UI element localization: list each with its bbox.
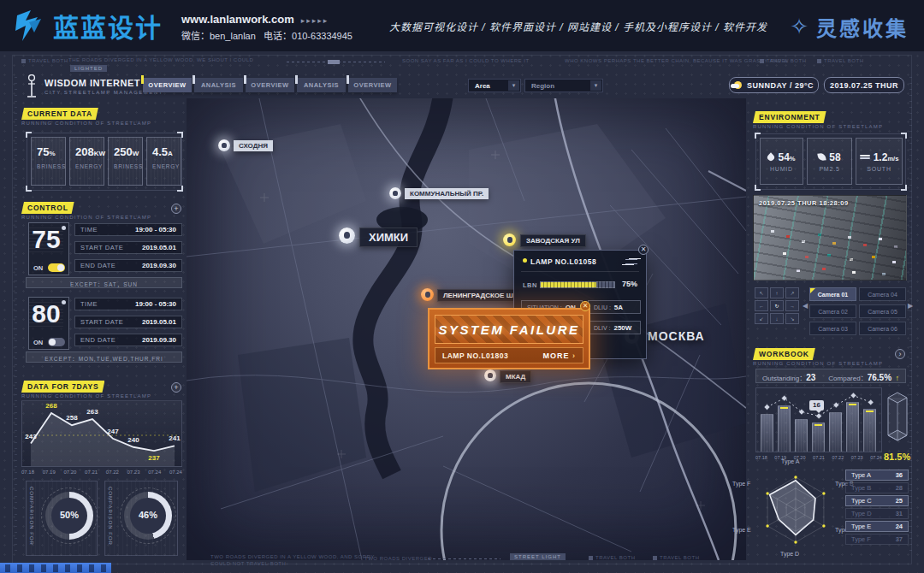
deco-slider[interactable] bbox=[287, 62, 385, 62]
camera-button-5[interactable]: Camera 05 bbox=[859, 304, 906, 318]
type-row-f[interactable]: Type F37 bbox=[845, 534, 909, 545]
stat-briness-w: 250WBRINESS bbox=[108, 137, 143, 186]
tab-analysis-2[interactable]: ANALYSIS bbox=[297, 78, 346, 92]
week-value-labels: 243268258263247240237241 bbox=[22, 401, 181, 466]
control-row-time[interactable]: TIME19:00 - 05:30 bbox=[74, 298, 182, 310]
type-row-d[interactable]: Type D31 bbox=[845, 508, 909, 519]
refresh-icon[interactable]: ↻ bbox=[770, 300, 784, 311]
pan-down-left-button[interactable]: ↙ bbox=[755, 313, 768, 324]
tab-analysis-1[interactable]: ANALYSIS bbox=[194, 78, 243, 92]
chevron-down-icon[interactable]: ▾ bbox=[590, 80, 601, 91]
env-pm25: 58 PM2.5 bbox=[807, 138, 852, 185]
type-row-b[interactable]: Type B28 bbox=[845, 482, 909, 493]
pan-up-left-button[interactable]: ↖ bbox=[755, 287, 768, 298]
tab-overview-2[interactable]: OVERVIEW bbox=[246, 78, 294, 92]
map-label[interactable]: ЗАВОДСКАЯ УЛ bbox=[520, 234, 586, 247]
failure-lamp-id: LAMP NO.L01803 bbox=[442, 351, 508, 360]
wechat-label: 微信：ben_lanlan bbox=[181, 31, 256, 41]
pan-right-button[interactable]: → bbox=[785, 300, 799, 311]
map-pin-zavodskaya[interactable] bbox=[503, 233, 516, 246]
control-row-start-date[interactable]: START DATE2019.05.01 bbox=[74, 316, 182, 328]
company-logo[interactable]: 蓝蓝设计 bbox=[12, 7, 163, 44]
deco-text: THE ROADS DIVERGED IN A YELLOW WOOD, WE … bbox=[68, 57, 253, 62]
weather-widget: SUNNDAY / 29°C bbox=[729, 77, 819, 93]
failure-title: SYSTEM FAILURE bbox=[438, 322, 579, 337]
panel-subtitle: RUNNING CONDITION OF STREETLAMP bbox=[753, 361, 883, 366]
deco-text: WHO KNOWS PERHAPS THE BETTER CHAIN, BECA… bbox=[565, 58, 789, 63]
camera-button-1[interactable]: Camera 01 bbox=[809, 287, 856, 301]
close-icon[interactable]: ✕ bbox=[638, 245, 649, 255]
camera-button-4[interactable]: Camera 04 bbox=[859, 287, 906, 301]
except-bar: EXCEPT：SAT，SUN bbox=[26, 277, 182, 288]
control-toggle-2[interactable] bbox=[48, 338, 65, 346]
compared-value: 76.5% bbox=[868, 373, 891, 382]
sliders-icon[interactable] bbox=[625, 258, 637, 265]
deco-line bbox=[428, 558, 500, 559]
sparkle-icon: ✧ bbox=[790, 14, 811, 40]
pan-up-button[interactable]: ↑ bbox=[770, 287, 784, 298]
tab-overview-1[interactable]: OVERVIEW bbox=[143, 78, 192, 92]
phone-label: 电话：010-63334945 bbox=[264, 31, 352, 41]
camera-button-6[interactable]: Camera 06 bbox=[859, 322, 906, 335]
type-row-a[interactable]: Type A36 bbox=[845, 470, 909, 481]
lbn-value: 75% bbox=[622, 280, 637, 288]
control-row-end-date[interactable]: END DATE2019.09.30 bbox=[74, 259, 182, 272]
map-pin-khimki[interactable] bbox=[339, 227, 355, 244]
prev-camera-icon[interactable]: ◀ bbox=[803, 302, 808, 310]
camera-button-3[interactable]: Camera 03 bbox=[809, 322, 856, 335]
weather-icon bbox=[734, 81, 742, 89]
map-label[interactable]: МКАД bbox=[500, 370, 531, 383]
panel-label-workbook: WORKBOOK bbox=[753, 348, 815, 360]
map-label[interactable]: МОСКВА bbox=[643, 328, 710, 345]
map-pin-leningradskoe[interactable] bbox=[421, 288, 434, 301]
bottom-blue-bar bbox=[0, 563, 111, 573]
add-icon[interactable]: + bbox=[171, 382, 181, 393]
map-pin-mkad[interactable] bbox=[484, 369, 496, 381]
gauge-label: COMPARISON FOR bbox=[29, 487, 34, 546]
panel-label-environment: ENVIRONMENT bbox=[753, 111, 826, 123]
more-button[interactable]: MORE › bbox=[542, 351, 576, 360]
deco-text: TWO ROADS DIVERGED bbox=[364, 556, 432, 561]
pan-up-right-button[interactable]: ↗ bbox=[785, 287, 799, 298]
type-row-e[interactable]: Type E24 bbox=[845, 521, 909, 532]
map-pin-shodnya[interactable] bbox=[218, 139, 230, 151]
map-label[interactable]: ЛЕНИНГРАДСКОЕ Ш bbox=[437, 289, 519, 302]
tab-overview-3[interactable]: OVERVIEW bbox=[348, 78, 397, 92]
type-row-c[interactable]: Type C25 bbox=[845, 495, 909, 506]
close-icon[interactable]: ✕ bbox=[580, 301, 590, 311]
panel-subtitle: RUNNING CONDITION OF STREETLAMP bbox=[21, 215, 151, 220]
next-camera-icon[interactable]: ▶ bbox=[908, 302, 913, 310]
pan-left-button[interactable]: ← bbox=[755, 300, 768, 311]
pan-down-right-button[interactable]: ↘ bbox=[785, 313, 799, 324]
workbook-percent: 81.5% bbox=[884, 452, 910, 462]
camera-video-feed[interactable]: 2019.07.25 THUR 18:28:09 bbox=[753, 195, 907, 281]
wind-icon bbox=[860, 154, 870, 161]
popup-field: DLIU :5A bbox=[588, 300, 641, 314]
control-row-start-date[interactable]: START DATE2019.05.01 bbox=[74, 241, 182, 254]
drop-icon bbox=[767, 152, 776, 162]
city-map[interactable]: СХОДНЯ КОММУНАЛЬНЫЙ ПР. ХИМКИ ЗАВОДСКАЯ … bbox=[187, 98, 746, 560]
weather-text: SUNNDAY / 29°C bbox=[747, 81, 814, 90]
map-label[interactable]: ХИМКИ bbox=[359, 227, 418, 247]
cube-3d-icon bbox=[886, 390, 909, 446]
screen: 蓝蓝设计 www.lanlanwork.com▸▸▸▸▸ 微信：ben_lanl… bbox=[0, 0, 924, 573]
map-label[interactable]: СХОДНЯ bbox=[234, 140, 273, 151]
deco-text: TWO ROADS DIVERGED IN A YELLOW WOOD, AND… bbox=[210, 554, 375, 559]
control-row-end-date[interactable]: END DATE2019.09.30 bbox=[74, 334, 182, 346]
brand-name: 蓝蓝设计 bbox=[53, 7, 163, 44]
map-label[interactable]: КОММУНАЛЬНЫЙ ПР. bbox=[405, 188, 489, 199]
add-icon[interactable]: + bbox=[171, 204, 181, 214]
comparison-gauge-2: COMPARISON FOR 46% bbox=[104, 481, 178, 556]
camera-button-2[interactable]: Camera 02 bbox=[809, 304, 856, 318]
region-select[interactable]: Region▾ bbox=[524, 79, 603, 92]
area-select[interactable]: Area▾ bbox=[468, 79, 521, 92]
collect-link[interactable]: ✧ 灵感收集 bbox=[790, 12, 909, 42]
control-row-time[interactable]: TIME19:00 - 05:30 bbox=[74, 223, 182, 236]
website-link[interactable]: www.lanlanwork.com bbox=[181, 13, 294, 26]
chevron-right-icon[interactable]: › bbox=[895, 349, 905, 359]
chevron-down-icon[interactable]: ▾ bbox=[508, 80, 519, 91]
pan-down-button[interactable]: ↓ bbox=[770, 313, 784, 324]
map-pin-kommunalny[interactable] bbox=[389, 187, 401, 199]
deco-check: TRAVEL BOTH bbox=[589, 555, 636, 560]
control-toggle-1[interactable] bbox=[48, 263, 65, 272]
